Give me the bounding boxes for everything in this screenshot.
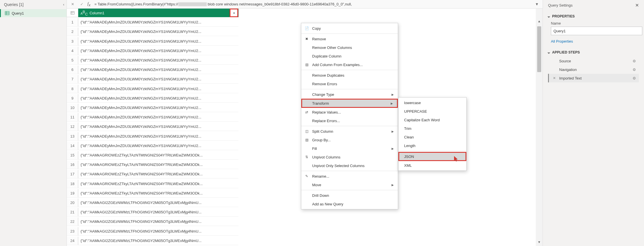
select-all-cell[interactable] [67,9,78,17]
row-number[interactable]: 8 [67,85,78,93]
formula-input[interactable]: = Table.FromColumns({Lines.FromBinary(#"… [93,2,531,7]
vertical-scrollbar[interactable]: ▲ ▼ [536,9,543,246]
row-number[interactable]: 3 [67,37,78,46]
data-cell[interactable]: {"id":"AAMkAGRlOWEzZTkyLTAzNTMtNGNlZS04Y… [78,160,238,169]
menu-fill[interactable]: Fill▶ [301,144,398,153]
row-number[interactable]: 20 [67,199,78,207]
row-number[interactable]: 19 [67,189,78,198]
row-number[interactable]: 16 [67,160,78,169]
row-number[interactable]: 13 [67,132,78,141]
data-cell[interactable]: {"id":"AAMkAGRlOWEzZTkyLTAzNTMtNGNlZS04Y… [78,180,238,188]
properties-section-title[interactable]: PROPERTIES [548,14,639,18]
data-cell[interactable]: {"id":"AAMkAGI2ZGEzNWMzLTFhOGItNGY2Mi05O… [78,208,238,217]
menu-rename[interactable]: ✎Rename... [301,172,398,180]
submenu-uppercase[interactable]: UPPERCASE [398,107,466,116]
applied-steps-section-title[interactable]: APPLIED STEPS [548,50,639,54]
menu-remove-other[interactable]: Remove Other Columns [301,43,398,52]
data-cell[interactable]: {"id":"AAMkADEyMmJmZDU3LWM0YzktNGZmYS1hN… [78,27,238,36]
data-cell[interactable]: {"id":"AAMkADEyMmJmZDU3LWM0YzktNGZmYS1hN… [78,94,238,103]
submenu-trim[interactable]: Trim [398,124,466,133]
collapse-icon[interactable]: ‹ [63,3,64,7]
menu-change-type[interactable]: Change Type▶ [301,90,398,99]
row-number[interactable]: 17 [67,170,78,178]
gear-icon[interactable]: ⚙ [633,59,636,63]
menu-split-column[interactable]: ◫Split Column▶ [301,127,398,136]
row-number[interactable]: 24 [67,237,78,245]
row-number[interactable]: 21 [67,208,78,217]
menu-replace-values[interactable]: ⇄Replace Values... [301,108,398,116]
menu-remove[interactable]: ✖Remove [301,35,398,43]
menu-drill-down[interactable]: Drill Down [301,191,398,200]
menu-remove-err[interactable]: Remove Errors [301,80,398,88]
data-cell[interactable]: {"id":"AAMkADEyMmJmZDU3LWM0YzktNGZmYS1hN… [78,122,238,131]
data-cell[interactable]: {"id":"AAMkADEyMmJmZDU3LWM0YzktNGZmYS1hN… [78,104,238,112]
data-cell[interactable]: {"id":"AAMkADEyMmJmZDU3LWM0YzktNGZmYS1hN… [78,66,238,74]
menu-unpivot-selected[interactable]: Unpivot Only Selected Columns [301,161,398,170]
row-number[interactable]: 1 [67,18,78,27]
close-icon[interactable]: ✕ [635,3,639,8]
row-number[interactable]: 6 [67,66,78,74]
data-cell[interactable]: {"id":"AAMkADEyMmJmZDU3LWM0YzktNGZmYS1hN… [78,132,238,141]
menu-copy[interactable]: 📄Copy [301,24,398,33]
fx-icon[interactable]: fx [87,1,91,7]
data-cell[interactable]: {"id":"AAMkADEyMmJmZDU3LWM0YzktNGZmYS1hN… [78,37,238,46]
row-number[interactable]: 11 [67,113,78,122]
menu-add-query[interactable]: Add as New Query [301,200,398,208]
column-header[interactable]: ABC Column1 ▾ [78,9,238,17]
scroll-up-icon[interactable]: ▲ [538,17,541,25]
menu-move[interactable]: Move▶ [301,180,398,189]
row-number[interactable]: 7 [67,75,78,84]
gear-icon[interactable]: ⚙ [633,68,636,72]
data-cell[interactable]: {"id":"AAMkADEyMmJmZDU3LWM0YzktNGZmYS1hN… [78,75,238,84]
menu-duplicate[interactable]: Duplicate Column [301,52,398,60]
row-number[interactable]: 5 [67,56,78,65]
data-cell[interactable]: {"id":"AAMkADEyMmJmZDU3LWM0YzktNGZmYS1hN… [78,113,238,122]
gear-icon[interactable]: ⚙ [633,76,636,80]
data-cell[interactable]: {"id":"AAMkAGRlOWEzZTkyLTAzNTMtNGNlZS04Y… [78,170,238,178]
row-number[interactable]: 10 [67,104,78,112]
scroll-down-icon[interactable]: ▼ [538,238,541,246]
all-properties-link[interactable]: All Properties [551,39,639,43]
submenu-lowercase[interactable]: lowercase [398,98,466,107]
formula-expand-icon[interactable]: ▼ [533,1,540,8]
data-cell[interactable]: {"id":"AAMkAGRlOWEzZTkyLTAzNTMtNGNlZS04Y… [78,189,238,198]
data-cell[interactable]: {"id":"AAMkAGRlOWEzZTkyLTAzNTMtNGNlZS04Y… [78,151,238,160]
data-cell[interactable]: {"id":"AAMkADEyMmJmZDU3LWM0YzktNGZmYS1hN… [78,85,238,93]
row-number[interactable]: 2 [67,27,78,36]
submenu-xml[interactable]: XML [398,161,466,170]
row-number[interactable]: 15 [67,151,78,160]
data-cell[interactable]: {"id":"AAMkAGI2ZGEzNWMzLTFhOGItNGY2Mi05O… [78,199,238,207]
menu-transform[interactable]: Transform▶ [301,99,398,108]
menu-remove-dup[interactable]: Remove Duplicates [301,71,398,80]
data-cell[interactable]: {"id":"AAMkADEyMmJmZDU3LWM0YzktNGZmYS1hN… [78,142,238,150]
submenu-length[interactable]: Length [398,141,466,150]
data-cell[interactable]: {"id":"AAMkAGI2ZGEzNWMzLTFhOGItNGY2Mi05O… [78,227,238,236]
submenu-clean[interactable]: Clean [398,133,466,141]
applied-step[interactable]: Navigation⚙ [548,65,639,74]
menu-add-examples[interactable]: ▤Add Column From Examples... [301,60,398,69]
data-cell[interactable]: {"id":"AAMkADEyMmJmZDU3LWM0YzktNGZmYS1hN… [78,56,238,65]
row-number[interactable]: 18 [67,180,78,188]
row-number[interactable]: 12 [67,122,78,131]
delete-step-icon[interactable]: ✕ [553,76,556,80]
row-number[interactable]: 23 [67,227,78,236]
menu-unpivot[interactable]: ⇅Unpivot Columns [301,153,398,161]
row-number[interactable]: 4 [67,47,78,55]
scroll-thumb[interactable] [537,26,541,72]
column-dropdown-button[interactable]: ▾ [230,9,238,17]
submenu-capitalize[interactable]: Capitalize Each Word [398,116,466,124]
query-name-input[interactable] [551,27,642,35]
data-cell[interactable]: {"id":"AAMkADEyMmJmZDU3LWM0YzktNGZmYS1hN… [78,47,238,55]
menu-group-by[interactable]: ▤Group By... [301,136,398,144]
row-number[interactable]: 14 [67,142,78,150]
row-number[interactable]: 22 [67,217,78,226]
submenu-json[interactable]: JSON [398,152,466,161]
data-cell[interactable]: {"id":"AAMkAGI2ZGEzNWMzLTFhOGItNGY2Mi05O… [78,237,238,245]
applied-step[interactable]: ✕Imported Text⚙ [548,74,639,82]
data-cell[interactable]: {"id":"AAMkAGI2ZGEzNWMzLTFhOGItNGY2Mi05O… [78,217,238,226]
data-cell[interactable]: {"id":"AAMkADEyMmJmZDU3LWM0YzktNGZmYS1hN… [78,18,238,27]
row-number[interactable]: 9 [67,94,78,103]
applied-step[interactable]: Source⚙ [548,57,639,65]
menu-replace-errors[interactable]: Replace Errors... [301,116,398,125]
formula-cancel-icon[interactable]: ✕ [69,1,76,8]
